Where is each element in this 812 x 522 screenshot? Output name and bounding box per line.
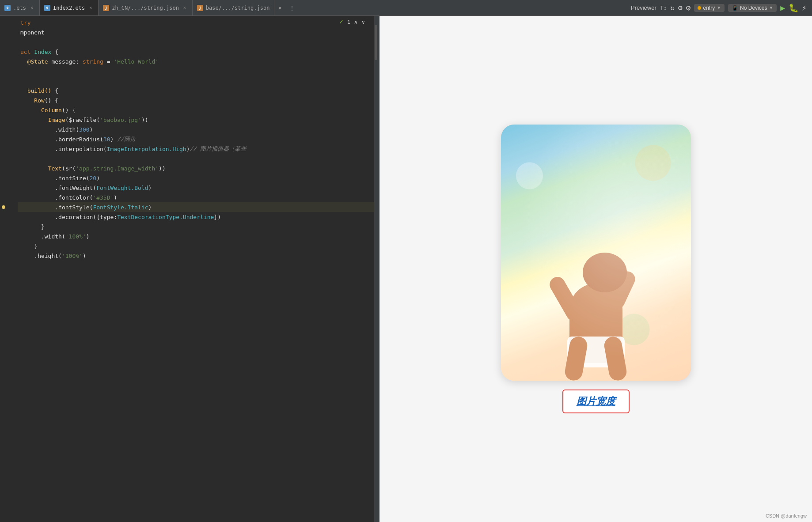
line-gutter bbox=[0, 16, 18, 522]
baby-photo bbox=[501, 125, 691, 381]
tab-label: .ets bbox=[13, 5, 26, 11]
code-line-15 bbox=[18, 154, 374, 163]
gutter-16 bbox=[0, 163, 18, 173]
gutter-20 bbox=[0, 202, 18, 212]
code-line-10: Column() { bbox=[18, 105, 374, 115]
image-width-text: 图片宽度 bbox=[577, 396, 615, 407]
tab-icon-json1: j bbox=[103, 5, 109, 11]
code-line-1: try bbox=[18, 18, 374, 27]
run-icon[interactable]: ▶ bbox=[780, 3, 785, 12]
gutter-10 bbox=[0, 105, 18, 115]
code-line-19: .fontColor('#35D') bbox=[18, 193, 374, 202]
nav-up-arrow[interactable]: ∧ bbox=[354, 19, 358, 25]
gutter-11 bbox=[0, 115, 18, 125]
code-area: try mponent uct Index { @State message: … bbox=[0, 16, 378, 522]
code-line-4: uct Index { bbox=[18, 47, 374, 57]
preview-pane: 图片宽度 CSDN @danfengw bbox=[379, 16, 812, 522]
refresh-icon[interactable]: ↻ bbox=[670, 4, 675, 12]
top-bar: e .ets × e Index2.ets × j zh_CN/.../stri… bbox=[0, 0, 812, 16]
profile-icon[interactable]: ⚡ bbox=[802, 3, 807, 12]
entry-chevron: ▼ bbox=[717, 5, 721, 10]
gutter-21 bbox=[0, 212, 18, 222]
tab-close-btn[interactable]: × bbox=[29, 5, 35, 11]
tab-label-base: base/.../string.json bbox=[206, 5, 270, 11]
debug-icon[interactable]: 🐛 bbox=[789, 3, 798, 12]
code-line-22: } bbox=[18, 222, 374, 231]
gutter-6 bbox=[0, 66, 18, 76]
gutter-22 bbox=[0, 222, 18, 231]
code-line-8: build() { bbox=[18, 86, 374, 95]
code-line-21: .decoration({type:TextDecorationType.Und… bbox=[18, 212, 374, 222]
code-line-12: .width(300) bbox=[18, 125, 374, 134]
code-line-3 bbox=[18, 37, 374, 47]
check-icon: ✓ bbox=[339, 19, 344, 25]
code-line-14: .interpolation(ImageInterpolation.High)/… bbox=[18, 144, 374, 154]
gutter-3 bbox=[0, 37, 18, 47]
gutter-25 bbox=[0, 251, 18, 261]
gutter-2 bbox=[0, 27, 18, 37]
tab-close-index2[interactable]: × bbox=[87, 5, 94, 11]
code-line-23: .width('100%') bbox=[18, 231, 374, 241]
gutter-7 bbox=[0, 76, 18, 86]
gutter-9 bbox=[0, 95, 18, 105]
preview-image bbox=[501, 125, 691, 381]
tab-zh-cn[interactable]: j zh_CN/.../string.json × bbox=[99, 0, 193, 15]
nav-down-arrow[interactable]: ∨ bbox=[361, 19, 365, 25]
device-icon: 📱 bbox=[732, 5, 738, 11]
settings-icon[interactable]: ⚙ bbox=[678, 4, 683, 12]
image-width-label-box: 图片宽度 bbox=[562, 390, 630, 413]
gutter-23 bbox=[0, 231, 18, 241]
gutter-24 bbox=[0, 241, 18, 251]
scrollbar[interactable] bbox=[374, 16, 378, 522]
tab-label-zh: zh_CN/.../string.json bbox=[112, 5, 179, 11]
gutter-13 bbox=[0, 134, 18, 144]
gutter-17 bbox=[0, 173, 18, 183]
tab-overflow-btn[interactable]: ▾ bbox=[274, 0, 285, 15]
code-line-13: .borderRadius(30) //圆角 bbox=[18, 134, 374, 144]
tab-ets-prev[interactable]: e .ets × bbox=[0, 0, 40, 15]
entry-button[interactable]: entry ▼ bbox=[694, 4, 725, 12]
toolbar-icons: T↕ ↻ ⚙ bbox=[660, 4, 683, 12]
no-devices-button[interactable]: 📱 No Devices ▼ bbox=[728, 4, 777, 12]
code-line-16: Text($r('app.string.Image_width')) bbox=[18, 163, 374, 173]
gutter-14 bbox=[0, 144, 18, 154]
gutter-15 bbox=[0, 154, 18, 163]
code-line-6 bbox=[18, 66, 374, 76]
main-content: ✓ 1 ∧ ∨ bbox=[0, 16, 812, 522]
code-editor-pane: ✓ 1 ∧ ∨ bbox=[0, 16, 378, 522]
tab-index2[interactable]: e Index2.ets × bbox=[40, 0, 99, 15]
gutter-12 bbox=[0, 125, 18, 134]
code-line-18: .fontWeight(FontWeight.Bold) bbox=[18, 183, 374, 193]
gutter-4 bbox=[0, 47, 18, 57]
tab-base[interactable]: j base/.../string.json bbox=[193, 0, 275, 15]
code-line-24: } bbox=[18, 241, 374, 251]
gutter-19 bbox=[0, 193, 18, 202]
top-bar-right: Previewer T↕ ↻ ⚙ ⚙ entry ▼ 📱 No Devices … bbox=[591, 3, 812, 12]
code-line-11: Image($rawfile('baobao.jpg')) bbox=[18, 115, 374, 125]
tab-icon-ets: e bbox=[4, 5, 11, 11]
preview-content: 图片宽度 bbox=[501, 125, 691, 413]
no-devices-label: No Devices bbox=[740, 5, 767, 11]
code-line-2: mponent bbox=[18, 27, 374, 37]
entry-indicator bbox=[698, 6, 701, 10]
code-line-20: .fontStyle(FontStyle.Italic) bbox=[18, 202, 374, 212]
nav-hint: ✓ 1 ∧ ∨ bbox=[335, 16, 369, 28]
gear-icon[interactable]: ⚙ bbox=[686, 3, 691, 12]
gutter-18 bbox=[0, 183, 18, 193]
text-size-icon[interactable]: T↕ bbox=[660, 4, 667, 11]
code-line-25: .height('100%') bbox=[18, 251, 374, 261]
scroll-thumb[interactable] bbox=[375, 25, 377, 60]
code-line-7 bbox=[18, 76, 374, 86]
previewer-label: Previewer bbox=[631, 4, 656, 11]
code-lines[interactable]: try mponent uct Index { @State message: … bbox=[18, 16, 374, 522]
kw-try: try bbox=[20, 19, 30, 26]
tab-close-zh[interactable]: × bbox=[182, 5, 188, 11]
preview-credit: CSDN @danfengw bbox=[766, 513, 807, 518]
tab-icon-json2: j bbox=[197, 5, 203, 11]
tab-label-index2: Index2.ets bbox=[53, 5, 85, 11]
tab-more-btn[interactable]: ⋮ bbox=[285, 0, 299, 15]
gutter-1 bbox=[0, 18, 18, 27]
tab-strip: e .ets × e Index2.ets × j zh_CN/.../stri… bbox=[0, 0, 591, 15]
gutter-8 bbox=[0, 86, 18, 95]
gutter-5 bbox=[0, 57, 18, 66]
